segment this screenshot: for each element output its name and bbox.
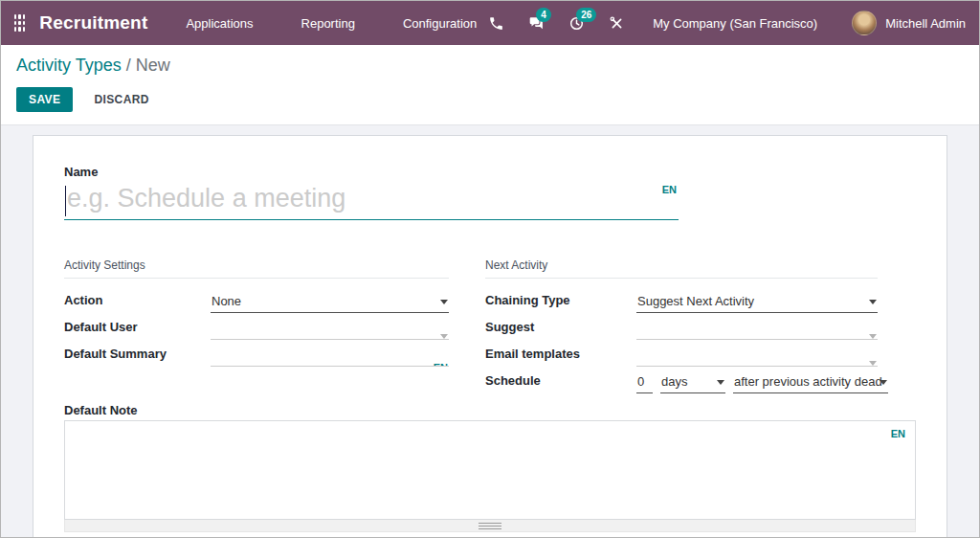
main-menu: Applications Reporting Configuration [176,11,486,36]
top-navbar: Recruitment Applications Reporting Confi… [1,1,979,45]
user-menu[interactable]: Mitchell Admin [852,11,966,35]
control-panel: Activity Types / New SAVE DISCARD [1,45,979,125]
next-activity-title: Next Activity [485,258,878,279]
chevron-down-icon [869,361,877,366]
chevron-down-icon [869,334,877,339]
phone-icon[interactable] [486,13,505,33]
default-user-select[interactable] [211,332,449,340]
navbar-systray: 4 26 My Company (San Francisco) Mitchell… [486,11,966,35]
action-label: Action [64,293,211,307]
schedule-controls: 0 days after previous activity dead [636,371,888,393]
default-note-group: Default Note EN [64,403,916,532]
chevron-down-icon [440,334,448,339]
drag-grip-icon [479,523,501,529]
schedule-row: Schedule 0 days after previous activity … [485,367,878,393]
save-button[interactable]: SAVE [16,87,73,112]
next-activity-group: Next Activity Chaining Type Suggest Next… [485,258,878,393]
email-templates-label: Email templates [485,347,636,361]
app-name[interactable]: Recruitment [39,12,147,34]
action-select[interactable]: None [211,291,449,313]
default-summary-row: Default Summary EN [64,340,449,367]
schedule-number-input[interactable]: 0 [636,371,653,393]
tools-icon[interactable] [607,13,626,33]
menu-applications[interactable]: Applications [176,11,262,36]
chevron-down-icon [440,300,448,304]
default-user-label: Default User [64,320,211,334]
breadcrumb-current: New [136,56,170,75]
menu-configuration[interactable]: Configuration [393,11,486,36]
activity-settings-title: Activity Settings [64,258,449,279]
email-templates-row: Email templates [485,340,878,367]
email-templates-select[interactable] [636,359,878,367]
activity-settings-group: Activity Settings Action None Default Us… [64,258,449,393]
schedule-delay-from-select[interactable]: after previous activity dead [733,371,888,393]
chaining-type-row: Chaining Type Suggest Next Activity [485,286,878,313]
suggest-select[interactable] [636,332,878,340]
form-background: Name EN Activity Settings Action None [1,125,979,538]
user-name: Mitchell Admin [885,16,966,31]
apps-menu-icon[interactable] [14,14,25,32]
chaining-type-select[interactable]: Suggest Next Activity [636,291,878,313]
chevron-down-icon [869,300,877,304]
name-input[interactable] [64,182,679,219]
activities-clock-icon[interactable]: 26 [567,13,586,33]
avatar [852,11,877,35]
button-row: SAVE DISCARD [16,87,964,112]
default-summary-translate-badge[interactable]: EN [434,362,448,367]
name-translate-badge[interactable]: EN [662,184,677,195]
suggest-label: Suggest [485,320,636,334]
default-summary-label: Default Summary [64,347,211,361]
schedule-unit-select[interactable]: days [660,371,725,393]
name-field-group: Name EN [64,165,679,220]
messages-icon[interactable]: 4 [526,13,546,33]
breadcrumb-separator: / [122,56,136,75]
default-note-label: Default Note [64,403,916,417]
chaining-type-label: Chaining Type [485,293,636,307]
chevron-down-icon [717,380,724,385]
note-resize-handle[interactable] [64,520,916,532]
messages-count-badge: 4 [536,8,551,22]
breadcrumb-parent-link[interactable]: Activity Types [16,56,122,75]
field-columns: Activity Settings Action None Default Us… [64,258,916,393]
activities-count-badge: 26 [576,8,596,22]
name-label: Name [64,165,679,179]
default-summary-input[interactable]: EN [211,359,449,367]
default-note-editor[interactable]: EN [64,420,916,520]
menu-reporting[interactable]: Reporting [292,11,365,36]
suggest-row: Suggest [485,313,878,340]
chevron-down-icon [880,380,887,385]
schedule-label: Schedule [485,373,636,388]
breadcrumb: Activity Types / New [16,56,964,76]
default-note-translate-badge[interactable]: EN [891,428,905,439]
form-sheet: Name EN Activity Settings Action None [33,135,947,538]
discard-button[interactable]: DISCARD [86,87,156,112]
action-row: Action None [64,286,449,313]
company-switcher[interactable]: My Company (San Francisco) [653,16,817,31]
name-input-wrap: EN [64,182,679,220]
default-user-row: Default User [64,313,449,340]
text-cursor [65,186,66,216]
